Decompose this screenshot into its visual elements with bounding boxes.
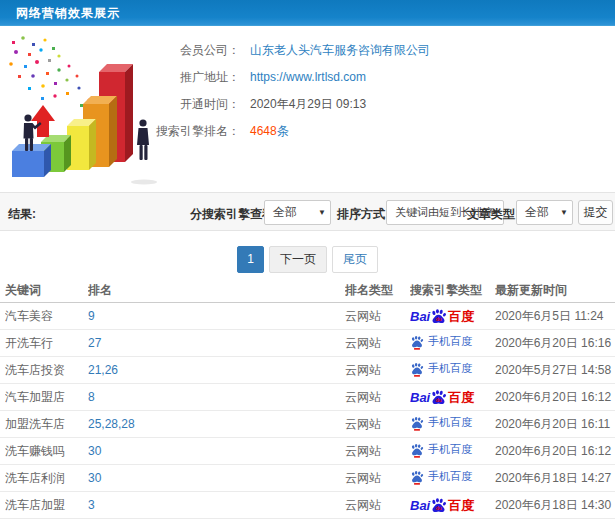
chevron-down-icon: ▼: [318, 201, 326, 224]
field-url: 推广地址：https://www.lrtlsd.com: [0, 64, 615, 91]
article-select-value: 全部: [525, 205, 549, 219]
rank-type-cell: 云网站: [345, 335, 410, 352]
mobile-baidu-paw-icon: [410, 361, 424, 377]
keyword-cell: 汽车加盟店: [5, 389, 88, 406]
engine-cell: 手机百度: [410, 334, 495, 353]
rank-type-cell: 云网站: [345, 362, 410, 379]
keyword-cell: 洗车赚钱吗: [5, 443, 88, 460]
baidu-logo-cn: 百度: [448, 499, 474, 512]
rank-type-cell: 云网站: [345, 308, 410, 325]
baidu-logo-bai: Bai: [410, 391, 430, 404]
field-rank-count: 搜索引擎排名：4648条: [0, 118, 615, 145]
baidu-logo: Bai du 百度: [410, 497, 474, 514]
rank-cell[interactable]: 21,26: [88, 363, 345, 377]
header-keyword: 关键词: [5, 282, 88, 299]
engine-cell: Bai du 百度: [410, 308, 495, 325]
table-row: 洗车店利润 30 云网站 手机百度 2020年6月18日 14:27: [0, 465, 615, 492]
table-row: 汽车加盟店 8 云网站 Bai du 百度 2020年6月20日 16:12: [0, 384, 615, 411]
baidu-logo: Bai du 百度: [410, 389, 474, 406]
keyword-cell: 汽车美容: [5, 308, 88, 325]
header-rank-type: 排名类型: [345, 282, 410, 299]
mobile-baidu-label: 手机百度: [428, 361, 472, 376]
mobile-baidu-logo: 手机百度: [410, 361, 472, 377]
promotion-url-link[interactable]: https://www.lrtlsd.com: [250, 70, 366, 84]
rank-cell[interactable]: 8: [88, 390, 345, 404]
engine-select[interactable]: 全部 ▼: [264, 200, 331, 225]
svg-text:du: du: [436, 317, 442, 322]
table-row: 洗车店投资 21,26 云网站 手机百度 2020年5月27日 14:58: [0, 357, 615, 384]
header-engine-type: 搜索引擎类型: [410, 282, 495, 299]
sort-filter-label: 排序方式: [337, 206, 385, 223]
table-row: 开洗车行 27 云网站 手机百度 2020年6月20日 16:16: [0, 330, 615, 357]
rank-type-cell: 云网站: [345, 443, 410, 460]
updated-cell: 2020年6月20日 16:11: [495, 416, 615, 433]
table-header-row: 关键词 排名 排名类型 搜索引擎类型 最新更新时间: [0, 278, 615, 303]
mobile-baidu-paw-icon: [410, 469, 424, 485]
rank-type-cell: 云网站: [345, 497, 410, 514]
submit-button[interactable]: 提交: [578, 200, 613, 225]
rank-type-cell: 云网站: [345, 470, 410, 487]
page-title: 网络营销效果展示: [16, 5, 120, 22]
keyword-cell: 洗车店加盟: [5, 497, 88, 514]
header-rank: 排名: [88, 282, 345, 299]
engine-cell: 手机百度: [410, 361, 495, 380]
baidu-logo-bai: Bai: [410, 310, 430, 323]
keyword-cell: 洗车店利润: [5, 470, 88, 487]
mobile-baidu-label: 手机百度: [428, 442, 472, 457]
mobile-baidu-label: 手机百度: [428, 415, 472, 430]
open-time-label: 开通时间：: [0, 91, 240, 118]
header-updated: 最新更新时间: [495, 282, 615, 299]
field-open-time: 开通时间：2020年4月29日 09:13: [0, 91, 615, 118]
updated-cell: 2020年6月18日 14:30: [495, 497, 615, 514]
updated-cell: 2020年6月20日 16:16: [495, 335, 615, 352]
page: 网络营销效果展示: [0, 0, 615, 520]
rank-type-cell: 云网站: [345, 389, 410, 406]
titlebar: 网络营销效果展示: [0, 0, 615, 26]
updated-cell: 2020年5月27日 14:58: [495, 362, 615, 379]
engine-cell: Bai du 百度: [410, 389, 495, 406]
updated-cell: 2020年6月5日 11:24: [495, 308, 615, 325]
table-row: 洗车店加盟 3 云网站 Bai du 百度 2020年6月18日 14:30: [0, 492, 615, 519]
pagination: 1 下一页 尾页: [0, 246, 615, 273]
article-select[interactable]: 全部 ▼: [516, 200, 573, 225]
mobile-baidu-label: 手机百度: [428, 334, 472, 349]
mobile-baidu-paw-icon: [410, 334, 424, 350]
mobile-baidu-paw-icon: [410, 415, 424, 431]
company-link[interactable]: 山东老人头汽车服务咨询有限公司: [250, 43, 430, 57]
baidu-paw-icon: du: [430, 308, 447, 325]
table-row: 加盟洗车店 25,28,28 云网站 手机百度 2020年6月20日 16:11: [0, 411, 615, 438]
table-row: 汽车美容 9 云网站 Bai du 百度 2020年6月5日 11:24: [0, 303, 615, 330]
engine-cell: 手机百度: [410, 469, 495, 488]
pagination-last[interactable]: 尾页: [332, 246, 378, 273]
rank-count-label: 搜索引擎排名：: [0, 118, 240, 145]
keyword-cell: 开洗车行: [5, 335, 88, 352]
keyword-cell: 加盟洗车店: [5, 416, 88, 433]
field-company: 会员公司：山东老人头汽车服务咨询有限公司: [0, 37, 615, 64]
filter-bar: 结果: 分搜索引擎查看 全部 ▼ 排序方式 关键词由短到长排序 ▼ 文章类型 全…: [0, 192, 615, 231]
baidu-logo: Bai du 百度: [410, 308, 474, 325]
open-time-value: 2020年4月29日 09:13: [250, 97, 366, 111]
pagination-page-1[interactable]: 1: [237, 246, 264, 273]
pagination-next[interactable]: 下一页: [269, 246, 327, 273]
baidu-logo-bai: Bai: [410, 499, 430, 512]
mobile-baidu-paw-icon: [410, 442, 424, 458]
mobile-baidu-logo: 手机百度: [410, 334, 472, 350]
baidu-logo-cn: 百度: [448, 391, 474, 404]
svg-text:du: du: [436, 506, 442, 511]
svg-text:du: du: [436, 398, 442, 403]
rank-cell[interactable]: 27: [88, 336, 345, 350]
rank-cell[interactable]: 9: [88, 309, 345, 323]
engine-cell: 手机百度: [410, 415, 495, 434]
rank-cell[interactable]: 30: [88, 471, 345, 485]
rank-cell[interactable]: 30: [88, 444, 345, 458]
article-filter-label: 文章类型: [467, 206, 515, 223]
rank-cell[interactable]: 25,28,28: [88, 417, 345, 431]
updated-cell: 2020年6月20日 16:12: [495, 443, 615, 460]
rank-cell[interactable]: 3: [88, 498, 345, 512]
baidu-paw-icon: du: [430, 389, 447, 406]
updated-cell: 2020年6月20日 16:12: [495, 389, 615, 406]
rank-type-cell: 云网站: [345, 416, 410, 433]
mobile-baidu-logo: 手机百度: [410, 415, 472, 431]
result-label: 结果:: [8, 206, 36, 223]
mobile-baidu-logo: 手机百度: [410, 442, 472, 458]
